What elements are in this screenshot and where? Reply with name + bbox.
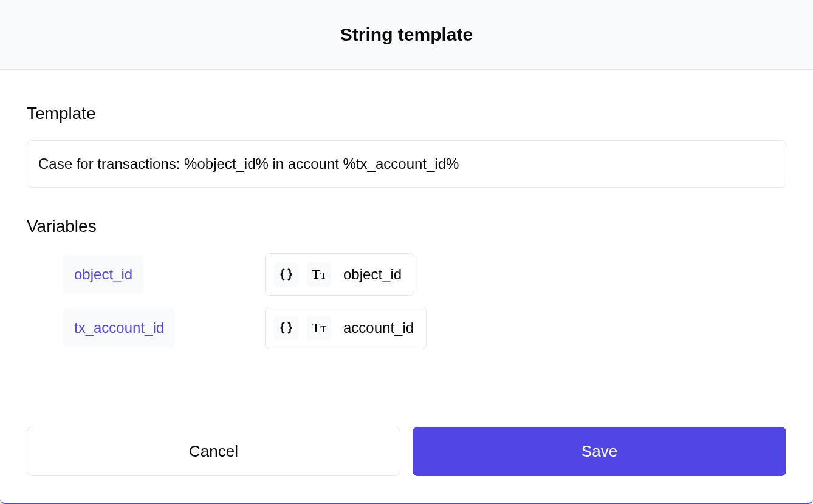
variable-name-chip[interactable]: object_id — [63, 255, 143, 294]
modal-header: String template — [0, 0, 813, 70]
variable-value-text: account_id — [340, 319, 414, 336]
variable-name-col: tx_account_id — [63, 308, 245, 347]
modal-title: String template — [27, 24, 786, 45]
variable-row: tx_account_id TT accoun — [63, 307, 786, 349]
variable-name-text: object_id — [74, 266, 132, 283]
variable-value-box[interactable]: TT account_id — [265, 307, 427, 349]
modal-footer: Cancel Save — [0, 427, 813, 503]
variables-list: object_id TT object_id — [27, 253, 786, 349]
template-label: Template — [27, 104, 786, 123]
variable-name-col: object_id — [63, 255, 245, 294]
variable-row: object_id TT object_id — [63, 253, 786, 296]
template-input[interactable] — [27, 140, 786, 188]
variable-name-chip[interactable]: tx_account_id — [63, 308, 175, 347]
string-template-modal: String template Template Variables objec… — [0, 0, 813, 504]
modal-content: Template Variables object_id — [0, 70, 813, 427]
save-button[interactable]: Save — [413, 427, 786, 476]
variables-label: Variables — [27, 217, 786, 236]
braces-icon — [274, 316, 298, 340]
variables-section: Variables object_id — [27, 217, 786, 400]
text-type-icon: TT — [307, 316, 331, 340]
variable-value-text: object_id — [340, 266, 402, 283]
variable-value-box[interactable]: TT object_id — [265, 253, 414, 296]
variable-name-text: tx_account_id — [74, 319, 164, 336]
text-type-icon: TT — [307, 262, 331, 287]
cancel-button[interactable]: Cancel — [27, 427, 400, 476]
braces-icon — [274, 262, 298, 287]
